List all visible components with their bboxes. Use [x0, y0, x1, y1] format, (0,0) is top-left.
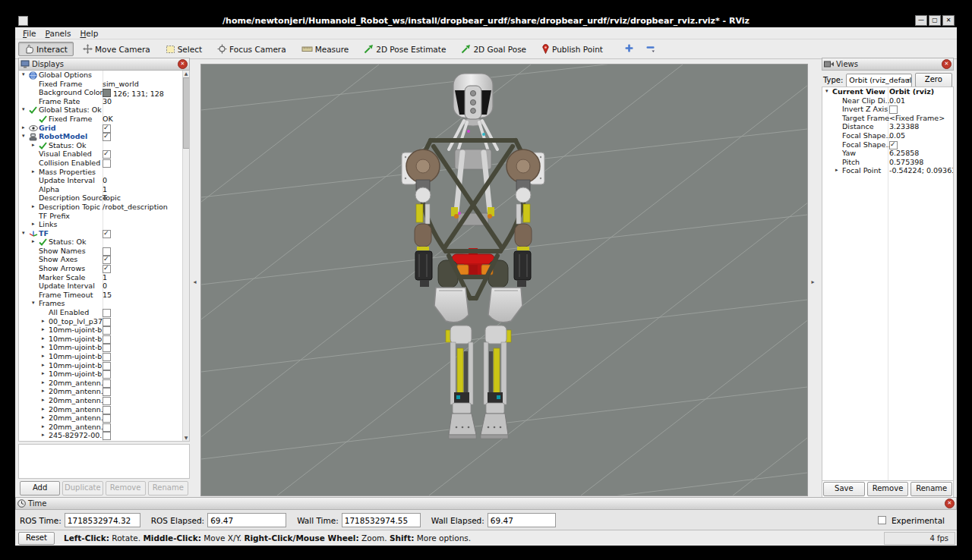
expander-open-icon[interactable]: ▾: [825, 87, 832, 96]
expander-closed-icon[interactable]: ▸: [32, 141, 39, 150]
property-row-alpha[interactable]: Alpha1: [19, 185, 189, 194]
wall-time-input[interactable]: [342, 513, 421, 527]
tool-measure[interactable]: Measure: [295, 42, 355, 56]
panel-close-icon[interactable]: [945, 499, 955, 508]
checkbox[interactable]: [103, 379, 111, 388]
property-row-frame-rate[interactable]: Frame Rate30: [19, 97, 189, 106]
expander-open-icon[interactable]: ▾: [22, 71, 29, 80]
experimental-checkbox[interactable]: [878, 516, 886, 524]
property-value[interactable]: 1: [103, 273, 107, 282]
property-value[interactable]: -0.54224; 0.09363...: [889, 166, 954, 175]
expander-closed-icon[interactable]: ▸: [42, 414, 49, 423]
property-row-global-options[interactable]: ▾Global Options: [19, 71, 189, 80]
tool-focus-camera[interactable]: Focus Camera: [211, 42, 292, 56]
property-row-20mm-antenn-[interactable]: ▸20mm_antenn...: [19, 423, 189, 432]
checkbox[interactable]: [103, 362, 111, 370]
property-row-245-82972-00-[interactable]: ▸245-82972-00...: [19, 431, 189, 440]
menu-help[interactable]: Help: [75, 29, 103, 38]
property-row-20mm-antenn-[interactable]: ▸20mm_antenn...: [19, 414, 189, 423]
expander-open-icon[interactable]: ▾: [22, 229, 29, 238]
property-value[interactable]: Orbit (rviz): [889, 87, 934, 96]
property-value[interactable]: 6.25858: [889, 149, 919, 158]
views-panel-header[interactable]: Views: [822, 58, 954, 71]
expander-closed-icon[interactable]: ▸: [42, 335, 49, 344]
rename-button[interactable]: Rename: [910, 482, 952, 496]
checkbox[interactable]: [103, 318, 111, 326]
property-row-20mm-antenn-[interactable]: ▸20mm_antenn...: [19, 379, 189, 388]
viewport-3d[interactable]: [200, 64, 808, 496]
property-value[interactable]: 3.23388: [889, 122, 919, 131]
property-row-marker-scale[interactable]: Marker Scale1: [19, 273, 189, 282]
tool-interact[interactable]: Interact: [18, 42, 74, 56]
property-row-focal-shape-[interactable]: Focal Shape...0.05: [822, 131, 953, 140]
property-value[interactable]: 30: [103, 97, 112, 106]
expander-closed-icon[interactable]: ▸: [42, 379, 49, 388]
property-row-10mm-ujoint-b-[interactable]: ▸10mm-ujoint-b...: [19, 343, 189, 352]
expander-closed-icon[interactable]: ▸: [22, 124, 29, 133]
expander-closed-icon[interactable]: ▸: [32, 168, 39, 177]
expander-closed-icon[interactable]: ▸: [42, 423, 49, 432]
property-row-global-status-ok[interactable]: ▾Global Status: Ok: [19, 105, 189, 115]
property-row-tf-prefix[interactable]: TF Prefix: [19, 212, 189, 221]
property-value[interactable]: 0: [103, 282, 107, 291]
property-row-fixed-frame[interactable]: Fixed FrameOK: [19, 115, 189, 124]
remove-button[interactable]: Remove: [867, 482, 909, 496]
checkbox[interactable]: [103, 124, 111, 133]
expander-closed-icon[interactable]: ▸: [32, 203, 39, 212]
tool-publish-point[interactable]: Publish Point: [535, 42, 609, 56]
property-row-20mm-antenn-[interactable]: ▸20mm_antenn...: [19, 405, 189, 414]
property-row-invert-z-axis[interactable]: Invert Z Axis: [822, 105, 953, 114]
displays-panel-header[interactable]: Displays: [18, 58, 190, 71]
titlebar[interactable]: /home/newtonjeri/Humanoid_Robot_ws/insta…: [15, 14, 957, 27]
property-value[interactable]: /robot_description: [103, 203, 168, 212]
expander-closed-icon[interactable]: ▸: [42, 370, 49, 379]
save-button[interactable]: Save: [823, 482, 865, 496]
wall-elapsed-input[interactable]: [488, 513, 556, 527]
checkbox[interactable]: [103, 397, 111, 405]
property-row-10mm-ujoint-b-[interactable]: ▸10mm-ujoint-b...: [19, 326, 189, 335]
expander-closed-icon[interactable]: ▸: [42, 326, 49, 335]
property-value[interactable]: 0.575398: [889, 158, 923, 167]
close-icon[interactable]: ✕: [942, 15, 955, 26]
property-value[interactable]: sim_world: [103, 80, 139, 89]
property-row-distance[interactable]: Distance3.23388: [822, 122, 953, 131]
checkbox[interactable]: [103, 432, 111, 440]
property-row-near-clip-di-[interactable]: Near Clip Di...0.01: [822, 96, 953, 105]
panel-close-icon[interactable]: [178, 59, 188, 69]
property-row-all-enabled[interactable]: All Enabled: [19, 308, 189, 317]
expander-closed-icon[interactable]: ▸: [42, 352, 49, 361]
collapse-right-panel-icon[interactable]: ▸: [809, 275, 816, 289]
checkbox[interactable]: [889, 141, 898, 149]
property-row-status-ok[interactable]: ▸Status: Ok: [19, 141, 189, 150]
expander-closed-icon[interactable]: ▸: [42, 396, 49, 405]
property-value[interactable]: 0.05: [889, 131, 905, 140]
checkbox[interactable]: [103, 150, 111, 159]
checkbox[interactable]: [103, 326, 111, 335]
property-row-visual-enabled[interactable]: Visual Enabled: [19, 149, 189, 159]
property-value[interactable]: 15: [103, 291, 112, 300]
checkbox[interactable]: [103, 230, 111, 238]
property-row-links[interactable]: ▸Links: [19, 220, 189, 229]
property-row-focal-point[interactable]: ▸Focal Point-0.54224; 0.09363...: [822, 166, 953, 175]
maximize-icon[interactable]: ▢: [929, 15, 941, 26]
property-row-status-ok[interactable]: ▸Status: Ok: [19, 238, 189, 247]
checkbox[interactable]: [103, 414, 111, 423]
tool-select[interactable]: Select: [159, 42, 208, 56]
property-row-background-color[interactable]: Background Color126; 131; 128: [19, 88, 189, 97]
checkbox[interactable]: [889, 105, 898, 114]
property-row-10mm-ujoint-b-[interactable]: ▸10mm-ujoint-b...: [19, 335, 189, 344]
property-row-description-source[interactable]: Description SourceTopic: [19, 193, 189, 203]
checkbox[interactable]: [103, 353, 111, 361]
checkbox[interactable]: [103, 159, 111, 168]
checkbox[interactable]: [103, 423, 111, 432]
expander-closed-icon[interactable]: ▸: [32, 220, 39, 229]
property-row-robotmodel[interactable]: ▾RobotModel: [19, 132, 189, 141]
add-button[interactable]: Add: [20, 481, 60, 496]
property-row-frame-timeout[interactable]: Frame Timeout15: [19, 291, 189, 300]
property-row-update-interval[interactable]: Update Interval0: [19, 176, 189, 185]
property-row-frames[interactable]: ▾Frames: [19, 299, 189, 308]
expander-closed-icon[interactable]: ▸: [42, 317, 49, 326]
property-value[interactable]: <Fixed Frame>: [889, 114, 945, 123]
property-value[interactable]: 0: [103, 176, 107, 185]
property-value[interactable]: 1: [103, 185, 107, 194]
